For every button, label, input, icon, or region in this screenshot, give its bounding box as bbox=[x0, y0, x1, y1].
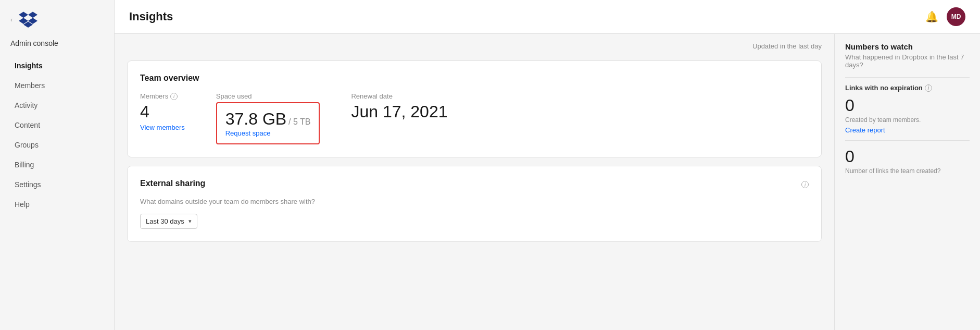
members-value: 4 bbox=[140, 102, 185, 121]
renewal-date-label: Renewal date bbox=[351, 92, 447, 100]
create-report-link[interactable]: Create report bbox=[845, 126, 885, 134]
renewal-date-value: Jun 17, 2021 bbox=[351, 102, 447, 121]
team-overview-card: Team overview Members i 4 View members S… bbox=[127, 60, 822, 157]
sidebar-item-members[interactable]: Members bbox=[4, 76, 110, 95]
external-sharing-title: External sharing bbox=[140, 179, 315, 188]
header-actions: 🔔 MD bbox=[925, 7, 965, 26]
page-header: Insights 🔔 MD bbox=[115, 0, 980, 34]
view-members-link[interactable]: View members bbox=[140, 124, 185, 131]
links-info-icon[interactable]: i bbox=[925, 84, 932, 92]
content-area: Updated in the last day Team overview Me… bbox=[115, 34, 980, 330]
date-range-select[interactable]: Last 30 days ▾ bbox=[140, 214, 197, 229]
panel-title: Numbers to watch bbox=[845, 42, 970, 51]
sidebar-item-content[interactable]: Content bbox=[4, 116, 110, 135]
external-sharing-subtitle: What domains outside your team do member… bbox=[140, 198, 315, 205]
notification-bell-icon[interactable]: 🔔 bbox=[925, 10, 938, 23]
space-used-label: Space used bbox=[216, 92, 320, 100]
members-info-icon[interactable]: i bbox=[170, 93, 178, 100]
space-total-value: / 5 TB bbox=[288, 117, 310, 126]
user-avatar[interactable]: MD bbox=[947, 7, 965, 26]
main-area: Insights 🔔 MD Updated in the last day Te… bbox=[115, 0, 980, 330]
right-panel: Numbers to watch What happened in Dropbo… bbox=[834, 34, 980, 330]
main-content: Updated in the last day Team overview Me… bbox=[115, 34, 834, 330]
space-value-row: 37.8 GB / 5 TB bbox=[225, 109, 311, 129]
sidebar-item-activity[interactable]: Activity bbox=[4, 96, 110, 115]
page-title: Insights bbox=[129, 10, 173, 23]
external-sharing-info-icon[interactable]: i bbox=[801, 181, 809, 188]
update-status: Updated in the last day bbox=[127, 42, 822, 50]
chevron-down-icon: ▾ bbox=[189, 218, 192, 225]
links-no-expiration-value: 0 bbox=[845, 96, 970, 115]
sidebar-item-groups[interactable]: Groups bbox=[4, 136, 110, 154]
date-range-value: Last 30 days bbox=[146, 217, 184, 225]
renewal-date-stat: Renewal date Jun 17, 2021 bbox=[351, 92, 447, 121]
members-stat: Members i 4 View members bbox=[140, 92, 185, 131]
external-sharing-card: External sharing What domains outside yo… bbox=[127, 166, 822, 242]
panel-divider-2 bbox=[845, 140, 970, 141]
sidebar: ‹ Admin console Insights Members Activit… bbox=[0, 0, 115, 330]
panel-divider-1 bbox=[845, 77, 970, 78]
external-sharing-title-area: External sharing What domains outside yo… bbox=[140, 179, 315, 214]
dropbox-logo[interactable] bbox=[19, 9, 37, 30]
space-used-stat: Space used 37.8 GB / 5 TB Request space bbox=[216, 92, 320, 144]
members-label: Members i bbox=[140, 92, 185, 100]
space-used-box: 37.8 GB / 5 TB Request space bbox=[216, 102, 320, 144]
sidebar-navigation: Insights Members Activity Content Groups… bbox=[0, 56, 114, 214]
sidebar-item-settings[interactable]: Settings bbox=[4, 175, 110, 194]
panel-subtitle: What happened in Dropbox in the last 7 d… bbox=[845, 53, 970, 69]
external-sharing-header: External sharing What domains outside yo… bbox=[140, 179, 809, 214]
request-space-link[interactable]: Request space bbox=[225, 129, 271, 137]
links-no-expiration-label: Links with no expiration i bbox=[845, 84, 970, 92]
sidebar-item-help[interactable]: Help bbox=[4, 195, 110, 214]
sidebar-item-insights[interactable]: Insights bbox=[4, 56, 110, 75]
links-count-desc: Number of links the team created? bbox=[845, 167, 970, 175]
team-overview-grid: Members i 4 View members Space used 37.8… bbox=[140, 92, 809, 144]
sidebar-item-billing[interactable]: Billing bbox=[4, 155, 110, 174]
links-count-value: 0 bbox=[845, 147, 970, 166]
links-no-expiration-desc: Created by team members. bbox=[845, 116, 970, 124]
admin-console-label: Admin console bbox=[0, 35, 114, 56]
team-overview-title: Team overview bbox=[140, 74, 809, 83]
space-gb-value: 37.8 GB bbox=[225, 109, 286, 128]
sidebar-collapse-icon[interactable]: ‹ bbox=[10, 16, 12, 23]
sidebar-logo-area: ‹ bbox=[0, 0, 114, 35]
